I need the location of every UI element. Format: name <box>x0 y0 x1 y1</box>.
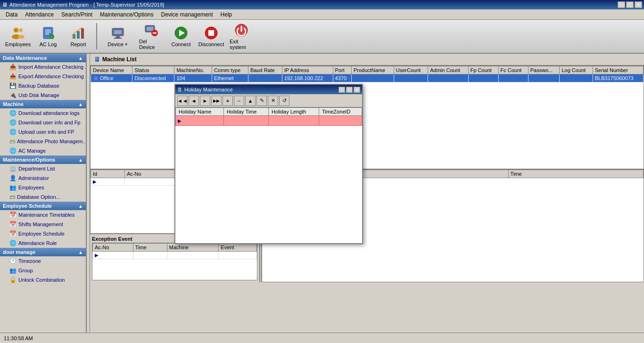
sidebar-section-door-manage[interactable]: door manage ▲ <box>0 248 86 256</box>
toolbar-deldevice-button[interactable]: Del Device <box>137 21 165 51</box>
menu-device-management[interactable]: Device management <box>157 10 217 19</box>
timetables-icon: 📅 <box>9 212 17 218</box>
maximize-button[interactable]: □ <box>626 1 634 8</box>
toolbar-report-button[interactable]: Report <box>64 21 92 51</box>
holiday-maintenance-modal[interactable]: 🗓 Holiday Maintenance ─ □ ✕ ◄◄ ◄ ► ▶▶ + … <box>174 84 363 244</box>
modal-prev-button[interactable]: ◄ <box>189 96 199 106</box>
toolbar-connect-button[interactable]: Connect <box>167 21 195 51</box>
svg-point-3 <box>18 35 25 39</box>
col-log-count: Log Count <box>560 66 593 74</box>
cell-baud-rate <box>248 74 282 82</box>
import-label: Import Attendance Checking ... <box>18 64 86 70</box>
sidebar-item-employees[interactable]: 👥 Employees <box>0 183 86 192</box>
modal-up-button[interactable]: ▲ <box>245 96 256 106</box>
disconnect-label: Disconnect <box>198 41 224 47</box>
holiday-timezone-cell <box>319 116 362 126</box>
sidebar-item-shifts-management[interactable]: 📅 Shifts Management <box>0 220 86 229</box>
sidebar-item-administrator[interactable]: 👤 Administrator <box>0 173 86 183</box>
sidebar-section-data-maintenance[interactable]: Data Maintenance ▲ <box>0 54 86 62</box>
usb-label: Usb Disk Manage <box>18 92 59 98</box>
sidebar-item-download-attendance[interactable]: 🌐 Download attendance logs <box>0 108 86 118</box>
exit-label: Exit system <box>230 39 253 50</box>
svg-rect-18 <box>147 27 153 31</box>
sidebar-item-ac-manage[interactable]: 🌐 AC Manage <box>0 146 86 155</box>
attendance-photo-icon: 🗃 <box>9 138 15 145</box>
modal-title-content: 🗓 Holiday Maintenance <box>177 87 233 92</box>
menu-data[interactable]: Data <box>2 10 21 19</box>
device-label: Device <box>107 41 124 47</box>
sidebar-item-timezone[interactable]: 🕐 Timezone <box>0 256 86 266</box>
table-row[interactable]: 🖥Office Disconnected 104 Ethernet 192.16… <box>91 74 644 82</box>
menu-bar: Data Attendance Search/Print Maintenance… <box>0 9 644 20</box>
modal-title-icon: 🗓 <box>177 87 182 92</box>
close-button[interactable]: ✕ <box>635 1 642 8</box>
modal-cancel-button[interactable]: ✕ <box>268 96 278 106</box>
modal-refresh-button[interactable]: ↺ <box>279 96 289 106</box>
sidebar-item-attendance-photo[interactable]: 🗃 Attendance Photo Managem... <box>0 137 86 146</box>
svg-rect-11 <box>77 31 80 39</box>
modal-close-button[interactable]: ✕ <box>354 87 360 93</box>
sidebar-section-maintenance-options[interactable]: Maintenance/Options ▲ <box>0 155 86 164</box>
toolbar-device-button[interactable]: Device ▼ <box>101 21 135 51</box>
shifts-label: Shifts Management <box>18 221 63 227</box>
modal-title-text: Holiday Maintenance <box>184 87 233 92</box>
sidebar-item-employee-schedule[interactable]: 📅 Employee Schedule <box>0 229 86 238</box>
sidebar-item-attendance-rule[interactable]: 🌐 Attendance Rule <box>0 238 86 248</box>
toolbar-aclog-button[interactable]: ✓ AC Log <box>34 21 62 51</box>
employees-sidebar-icon: 👥 <box>9 184 17 191</box>
sidebar-section-machine[interactable]: Machine ▲ <box>0 100 86 108</box>
menu-attendance[interactable]: Attendance <box>21 10 58 19</box>
modal-remove-button[interactable]: − <box>234 96 244 106</box>
modal-content[interactable]: Holiday Name Holiday Time Holiday Length… <box>175 107 362 243</box>
svg-point-0 <box>14 28 18 33</box>
cell-port: 4370 <box>333 74 351 82</box>
toolbar-separator-1 <box>96 23 97 49</box>
modal-next-button[interactable]: ► <box>200 96 210 106</box>
sidebar-item-backup-database[interactable]: 💾 Backup Database <box>0 81 86 90</box>
toolbar-disconnect-button[interactable]: Disconnect <box>197 21 225 51</box>
download-attendance-icon: 🌐 <box>9 110 17 116</box>
modal-minimize-button[interactable]: ─ <box>339 87 345 93</box>
sidebar-item-maintenance-timetables[interactable]: 📅 Maintenance Timetables <box>0 210 86 220</box>
toolbar-employees-button[interactable]: Employees <box>4 21 32 51</box>
menu-maintenance-options[interactable]: Maintenance/Options <box>96 10 157 19</box>
sidebar-item-database-option[interactable]: 🗃 Database Option... <box>0 192 86 202</box>
sidebar-resize-handle[interactable] <box>86 54 90 333</box>
sidebar-item-import-attendance[interactable]: 📥 Import Attendance Checking ... <box>0 62 86 72</box>
col-ip-address: IP Address <box>282 66 333 74</box>
sidebar-item-upload-user[interactable]: 🌐 Upload user info and FP <box>0 127 86 137</box>
cell-fp-count <box>468 74 498 82</box>
col-holiday-length: Holiday Length <box>268 108 319 116</box>
sidebar-section-employee-schedule[interactable]: Employee Schedule ▲ <box>0 202 86 210</box>
modal-edit-button[interactable]: ✎ <box>256 96 267 106</box>
sidebar-item-unlock-combination[interactable]: 🔓 Unlock Combination <box>0 275 86 285</box>
attendance-rule-icon: 🌐 <box>9 240 17 246</box>
menu-search-print[interactable]: Search/Print <box>58 10 96 19</box>
sidebar-item-department-list[interactable]: 🏢 Department List <box>0 164 86 173</box>
modal-first-button[interactable]: ◄◄ <box>177 96 188 106</box>
modal-add-button[interactable]: + <box>223 96 233 106</box>
holiday-length-cell <box>268 116 319 126</box>
modal-maximize-button[interactable]: □ <box>346 87 353 93</box>
timezone-label: Timezone <box>18 258 41 264</box>
machine-list-title: Machine List <box>102 56 137 63</box>
cell-fc-count <box>498 74 528 82</box>
sidebar-item-group[interactable]: 👥 Group <box>0 266 86 275</box>
exception-grid[interactable]: Ac-No Time Machine Event ▶ <box>92 243 257 280</box>
toolbar-exit-button[interactable]: Exit system <box>227 21 256 51</box>
holiday-empty-row[interactable]: ▶ <box>176 116 362 126</box>
machine-list-grid[interactable]: Device Name Status MachineNo. Comm type … <box>90 65 644 169</box>
ac-manage-label: AC Manage <box>18 148 46 154</box>
col-serial-number: Serial Number <box>593 66 643 74</box>
aclog-label: AC Log <box>40 41 57 47</box>
menu-help[interactable]: Help <box>217 10 236 19</box>
sidebar-item-usb-disk-manage[interactable]: 🔌 Usb Disk Manage <box>0 90 86 100</box>
sidebar-item-download-user[interactable]: 🌐 Download user info and Fp <box>0 118 86 127</box>
cell-user-count <box>394 74 428 82</box>
minimize-button[interactable]: ─ <box>618 1 625 8</box>
toolbar: Employees ✓ AC Log Report <box>0 20 644 54</box>
col-fc-count: Fc Count <box>498 66 528 74</box>
col-holiday-name: Holiday Name <box>176 108 224 116</box>
sidebar-item-export-attendance[interactable]: 📤 Export Attendance Checking ... <box>0 72 86 81</box>
modal-last-button[interactable]: ▶▶ <box>211 96 222 106</box>
